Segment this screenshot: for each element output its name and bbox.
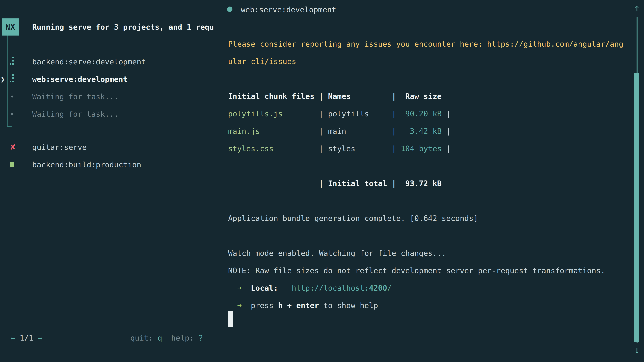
waiting-dot-icon <box>11 113 13 115</box>
scrollbar-thumb[interactable] <box>634 73 639 343</box>
panel-border-bottom <box>216 351 626 351</box>
terminal-line: Please consider reporting any issues you… <box>228 39 623 48</box>
nx-terminal-ui: NX Running serve for 3 projects, and 1 r… <box>0 0 644 362</box>
line-segment: + <box>287 301 292 310</box>
terminal-line: main.js | main | 3.42 kB | <box>228 127 451 136</box>
line-segment: main.js <box>228 127 260 136</box>
task-row[interactable]: Waiting for task... <box>0 88 213 105</box>
help-hints: quit: q help: ? <box>130 334 203 343</box>
prev-page-arrow[interactable]: ← <box>10 334 15 343</box>
quit-hint-label: quit: <box>130 334 158 343</box>
line-segment <box>242 301 251 310</box>
line-segment: | <box>442 127 451 136</box>
task-label: web:serve:development <box>32 75 128 84</box>
next-page-arrow[interactable]: → <box>38 334 42 343</box>
scroll-down-icon[interactable]: ↓ <box>632 344 642 356</box>
task-status-icon-slot <box>10 57 14 66</box>
spinner-icon <box>10 74 14 82</box>
task-label: backend:build:production <box>32 160 141 169</box>
line-segment: press <box>251 301 278 310</box>
terminal-line: ular-cli/issues <box>228 57 296 66</box>
selected-chevron-icon: ❯ <box>0 75 5 84</box>
terminal-line: Watch mode enabled. Watching for file ch… <box>228 249 446 258</box>
terminal-line: NOTE: Raw file sizes do not reflect deve… <box>228 266 605 275</box>
terminal-line: polyfills.js | polyfills | 90.20 kB | <box>228 109 451 118</box>
line-segment <box>228 301 237 310</box>
task-label: Waiting for task... <box>32 92 118 101</box>
task-tree-corner <box>7 126 12 127</box>
line-segment: Application bundle generation complete. … <box>228 214 478 223</box>
line-segment <box>292 301 296 310</box>
terminal-line: ➜ Local: http://localhost:4200/ <box>228 284 392 293</box>
terminal-line: ➜ press h + enter to show help <box>228 301 378 310</box>
panel-border-top-stub <box>216 9 219 9</box>
line-segment: Watch mode enabled. Watching for file ch… <box>228 249 446 258</box>
terminal-line: | Initial total | 93.72 kB <box>228 179 442 188</box>
line-segment: / <box>387 284 392 293</box>
quit-key: q <box>158 334 162 343</box>
line-segment: http://localhost: <box>292 284 369 293</box>
line-segment: | <box>442 144 451 153</box>
task-row[interactable]: backend:build:production <box>0 156 213 173</box>
task-status-dot-icon <box>227 6 232 12</box>
line-segment: | polyfills | <box>282 109 401 118</box>
task-status-icon-slot <box>10 113 13 115</box>
terminal-cursor <box>228 311 233 327</box>
task-row[interactable]: Waiting for task... <box>0 105 213 123</box>
panel-border-left <box>216 9 216 351</box>
line-segment <box>278 284 292 293</box>
line-segment: 3.42 kB <box>401 127 442 136</box>
line-segment <box>242 284 251 293</box>
line-segment: ➜ <box>237 301 242 310</box>
terminal-line: styles.css | styles | 104 bytes | <box>228 144 451 153</box>
terminal-line: Application bundle generation complete. … <box>228 214 478 223</box>
line-segment: styles.css <box>228 144 274 153</box>
line-segment <box>282 301 287 310</box>
help-hint-label: help: <box>162 334 198 343</box>
line-segment: 4200 <box>369 284 387 293</box>
task-label: backend:serve:development <box>32 57 146 66</box>
line-segment: Please consider reporting any issues you… <box>228 39 623 48</box>
line-segment: | styles | <box>274 144 401 153</box>
task-row[interactable]: ✘guitar:serve <box>0 138 213 156</box>
success-square-icon <box>10 162 14 167</box>
terminal-line: Initial chunk files | Names | Raw size <box>228 92 442 101</box>
task-row[interactable]: backend:serve:development <box>0 53 213 70</box>
line-segment: polyfills.js <box>228 109 282 118</box>
task-label: Waiting for task... <box>32 110 118 118</box>
line-segment: ular-cli/issues <box>228 57 296 66</box>
line-segment: h <box>278 301 282 310</box>
line-segment: 104 bytes <box>401 144 442 153</box>
panel-border-top <box>346 9 626 9</box>
line-segment: | main | <box>260 127 401 136</box>
line-segment: | Initial total | 93.72 kB <box>228 179 442 188</box>
task-label: guitar:serve <box>32 143 87 152</box>
line-segment: NOTE: Raw file sizes do not reflect deve… <box>228 266 605 275</box>
task-status-icon-slot <box>10 162 14 167</box>
panel-title: web:serve:development <box>241 5 336 14</box>
line-segment: Initial chunk files | Names | Raw size <box>228 92 442 101</box>
line-segment: | <box>442 109 451 118</box>
pagination: ← 1/1 → <box>10 334 42 343</box>
scroll-up-icon[interactable]: ↑ <box>632 2 642 14</box>
line-segment: 90.20 kB <box>401 109 442 118</box>
task-status-icon-slot: ✘ <box>10 143 16 151</box>
task-row[interactable]: ❯web:serve:development <box>0 70 213 88</box>
help-key: ? <box>198 334 203 343</box>
line-segment: ➜ <box>237 284 242 293</box>
sidebar-title: Running serve for 3 projects, and 1 requ <box>32 23 214 31</box>
line-segment: to show help <box>319 301 378 310</box>
nx-logo: NX <box>2 18 19 35</box>
task-status-icon-slot <box>10 95 13 97</box>
line-segment: enter <box>296 301 319 310</box>
page-indicator: 1/1 <box>15 334 38 343</box>
line-segment <box>228 284 237 293</box>
waiting-dot-icon <box>11 95 13 97</box>
task-status-icon-slot <box>10 74 14 84</box>
line-segment: Local: <box>251 284 278 293</box>
spinner-icon <box>10 57 14 65</box>
failed-cross-icon: ✘ <box>10 143 16 151</box>
